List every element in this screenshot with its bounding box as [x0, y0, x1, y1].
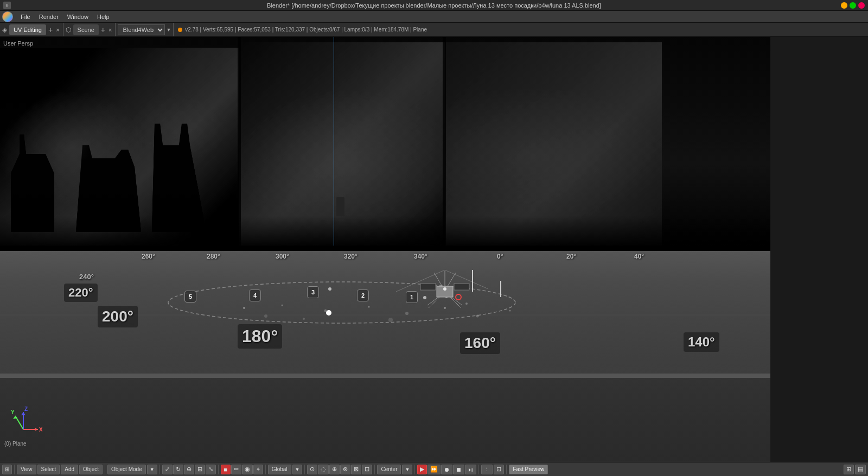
degree-200: 200° — [98, 306, 138, 327]
thruster-marker — [455, 294, 462, 300]
bottom-separator-4 — [218, 465, 219, 474]
uv-editing-icon: ◈ — [2, 26, 7, 34]
transform-btn-3[interactable]: ⊕ — [184, 465, 194, 474]
minimize-btn[interactable] — [841, 2, 847, 9]
scene-info: v2.78 | Verts:65,595 | Faces:57,053 | Tr… — [174, 27, 431, 33]
cam-dot-3 — [328, 287, 331, 291]
waypoint-5[interactable]: 5 — [184, 291, 196, 303]
object-btn[interactable]: Object — [79, 465, 103, 474]
3d-viewport[interactable]: 260° 280° 300° 320° 340° 0° 20° 40° 240°… — [0, 37, 770, 462]
svg-point-23 — [465, 303, 468, 305]
snap-btn[interactable]: ⊙ — [307, 465, 317, 474]
scene-tab[interactable]: Scene — [73, 24, 99, 35]
scene-add[interactable]: + — [100, 25, 106, 34]
global-arrow[interactable]: ▼ — [292, 465, 303, 474]
svg-text:X: X — [39, 427, 42, 433]
playback-icon[interactable]: ⋮ — [481, 465, 493, 474]
global-btn[interactable]: Global — [268, 465, 291, 474]
lower-ground — [0, 375, 770, 462]
transform-btn-4[interactable]: ⊞ — [195, 465, 205, 474]
mirror-btn[interactable]: ⊡ — [362, 465, 372, 474]
transform-btn-2[interactable]: ↻ — [173, 465, 183, 474]
right-btn-2[interactable]: ▤ — [855, 465, 866, 474]
menu-window[interactable]: Window — [63, 12, 93, 21]
transform-btn-1[interactable]: ⤢ — [162, 465, 173, 474]
align-btn[interactable]: ⊕ — [329, 465, 340, 474]
degree-300: 300° — [276, 253, 289, 260]
degree-260: 260° — [142, 253, 155, 260]
fast-preview-btn[interactable]: Fast Preview — [509, 465, 548, 474]
svg-point-16 — [405, 312, 409, 315]
svg-point-19 — [509, 310, 511, 312]
degree-340: 340° — [414, 253, 427, 260]
stake-2 — [472, 270, 473, 292]
person-silhouette — [336, 197, 344, 216]
tool-btn-3[interactable]: ◉ — [242, 465, 253, 474]
menu-file[interactable]: File — [16, 12, 35, 21]
stake-1 — [500, 281, 501, 297]
degree-180: 180° — [238, 324, 282, 349]
svg-point-13 — [282, 305, 283, 306]
window-title: Blender* [/home/andrey/Dropbox/Текущие п… — [267, 2, 601, 9]
tool-btn-2[interactable]: ✏ — [231, 465, 241, 474]
view-btn[interactable]: View — [17, 465, 36, 474]
render-btn-1[interactable]: ▶ — [417, 465, 427, 474]
svg-point-20 — [264, 314, 267, 318]
render-btn-2[interactable]: ⏩ — [427, 465, 441, 474]
menubar: File Render Window Help — [0, 11, 868, 23]
viewport-type-btn[interactable]: ⊞ — [2, 465, 12, 474]
center-arrow[interactable]: ▼ — [402, 465, 412, 474]
add-btn[interactable]: Add — [61, 465, 78, 474]
right-btn-1[interactable]: ⊞ — [844, 465, 854, 474]
degree-20: 20° — [566, 253, 576, 260]
degree-160: 160° — [460, 332, 500, 354]
uv-editing-close[interactable]: × — [55, 27, 60, 33]
scene-icon: ⬡ — [66, 26, 71, 34]
degree-320: 320° — [344, 253, 358, 260]
svg-point-15 — [368, 306, 370, 308]
position-lines — [380, 270, 542, 297]
svg-point-18 — [476, 315, 479, 318]
tool-btn-4[interactable]: ⌖ — [253, 465, 263, 474]
camera-icon[interactable]: ⊡ — [494, 465, 504, 474]
uv-editing-add[interactable]: + — [47, 25, 54, 34]
svg-point-12 — [243, 307, 245, 309]
object-mode-arrow[interactable]: ▼ — [147, 465, 157, 474]
uv-editing-tab[interactable]: UV Editing — [9, 24, 46, 35]
tool-btn-1[interactable]: ■ — [221, 465, 231, 474]
bottom-separator-9 — [478, 465, 479, 474]
svg-text:Z: Z — [24, 406, 28, 412]
transform-btn-5[interactable]: ⤡ — [206, 465, 216, 474]
panorama-photo-strip — [0, 37, 770, 248]
menu-render[interactable]: Render — [35, 12, 63, 21]
right-icons: ⊞ ▤ — [844, 465, 866, 474]
svg-line-25 — [445, 270, 488, 289]
object-mode-btn[interactable]: Object Mode — [107, 465, 146, 474]
menu-help[interactable]: Help — [93, 12, 114, 21]
bottom-separator-3 — [159, 465, 160, 474]
degree-240: 240° — [79, 273, 94, 281]
degree-280: 280° — [207, 253, 220, 260]
blend4web-dropdown[interactable]: Blend4Web — [118, 24, 165, 35]
proportional-btn[interactable]: ◌ — [318, 465, 329, 474]
ground-stripe — [0, 374, 770, 378]
transform-icons: ⤢ ↻ ⊕ ⊞ ⤡ — [162, 465, 216, 474]
render-btn-4[interactable]: ⏹ — [453, 465, 464, 474]
pano-bottom-fade — [0, 216, 770, 248]
select-btn[interactable]: Select — [37, 465, 60, 474]
degree-220: 220° — [64, 284, 98, 302]
scene-close[interactable]: × — [107, 27, 113, 33]
render-btn-5[interactable]: ⏯ — [465, 465, 476, 474]
bottom-separator-7 — [374, 465, 375, 474]
tabbar: ◈ UV Editing + × ⬡ Scene + × Blend4Web ▼… — [0, 23, 868, 37]
close-btn[interactable] — [858, 2, 865, 9]
pivot-btn[interactable]: ⊗ — [340, 465, 350, 474]
svg-text:Y: Y — [11, 409, 15, 415]
maximize-btn[interactable] — [850, 2, 856, 9]
render-icons: ▶ ⏩ ⏺ ⏹ ⏯ — [417, 465, 476, 474]
center-btn[interactable]: Center — [377, 465, 401, 474]
extra-icons: ⊙ ◌ ⊕ ⊗ ⊠ ⊡ — [307, 465, 372, 474]
render-btn-3[interactable]: ⏺ — [441, 465, 452, 474]
bottom-separator-8 — [414, 465, 415, 474]
magnet-btn[interactable]: ⊠ — [351, 465, 361, 474]
